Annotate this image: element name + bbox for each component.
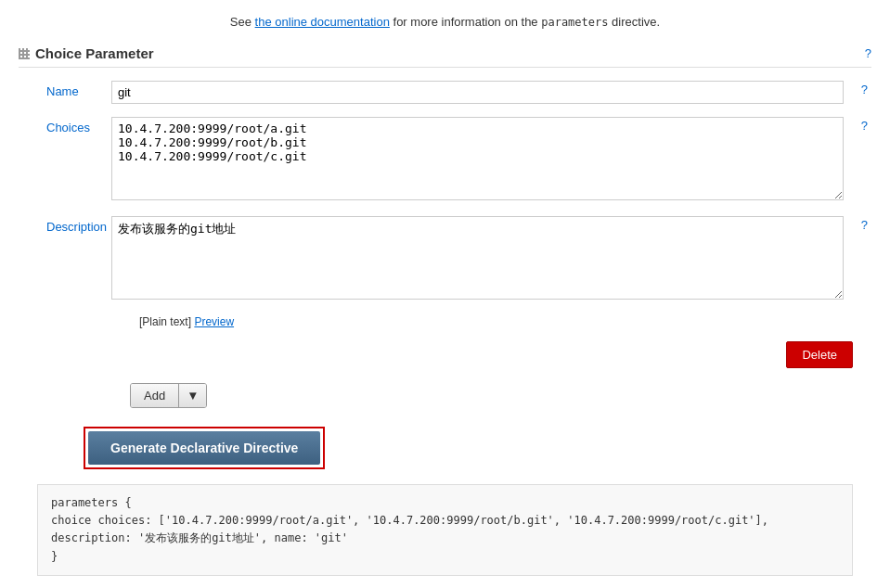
section-title: Choice Parameter	[35, 45, 154, 61]
online-documentation-link[interactable]: the online documentation	[255, 15, 390, 29]
description-field: 发布该服务的git地址	[111, 216, 844, 302]
choices-textarea[interactable]: 10.4.7.200:9999/root/a.git 10.4.7.200:99…	[111, 117, 844, 200]
generate-button[interactable]: Generate Declarative Directive	[88, 431, 320, 465]
add-row: Add ▼	[130, 383, 871, 408]
info-bar: See the online documentation for more in…	[19, 15, 871, 29]
name-row: Name ?	[19, 81, 871, 104]
description-textarea[interactable]: 发布该服务的git地址	[111, 216, 844, 300]
choices-field: 10.4.7.200:9999/root/a.git 10.4.7.200:99…	[111, 117, 844, 203]
name-help-icon[interactable]: ?	[861, 83, 868, 96]
generate-highlight-border: Generate Declarative Directive	[84, 427, 325, 469]
name-field	[111, 81, 844, 104]
choices-row: Choices 10.4.7.200:9999/root/a.git 10.4.…	[19, 117, 871, 203]
description-label: Description	[19, 216, 111, 234]
output-line2: choice choices: ['10.4.7.200:9999/root/a…	[51, 512, 839, 547]
add-button[interactable]: Add	[131, 384, 178, 407]
add-dropdown-arrow[interactable]: ▼	[178, 384, 206, 407]
delete-row: Delete	[19, 341, 871, 368]
output-block: parameters { choice choices: ['10.4.7.20…	[37, 484, 853, 576]
delete-button[interactable]: Delete	[786, 341, 853, 368]
page-container: See the online documentation for more in…	[0, 0, 890, 588]
output-line1: parameters {	[51, 494, 839, 512]
plain-text-label: [Plain text]	[139, 315, 191, 328]
info-text-after: for more information on the	[393, 15, 542, 29]
preview-link[interactable]: Preview	[194, 315, 234, 328]
section-help-icon[interactable]: ?	[865, 46, 871, 60]
output-line3: }	[51, 548, 839, 566]
name-label: Name	[19, 81, 111, 98]
parameters-code: parameters	[541, 16, 608, 29]
choices-help-icon[interactable]: ?	[861, 119, 868, 133]
description-row: Description 发布该服务的git地址 ?	[19, 216, 871, 302]
add-button-group: Add ▼	[130, 383, 207, 408]
preview-row: [Plain text] Preview	[139, 315, 871, 328]
info-text-before: See	[230, 15, 255, 29]
section-header-icon	[19, 48, 30, 59]
generate-row: Generate Declarative Directive	[84, 427, 871, 469]
description-help-icon[interactable]: ?	[861, 218, 868, 232]
name-input[interactable]	[111, 81, 844, 104]
info-text-end: directive.	[612, 15, 660, 29]
section-header: Choice Parameter ?	[19, 45, 871, 68]
choices-label: Choices	[19, 117, 111, 134]
